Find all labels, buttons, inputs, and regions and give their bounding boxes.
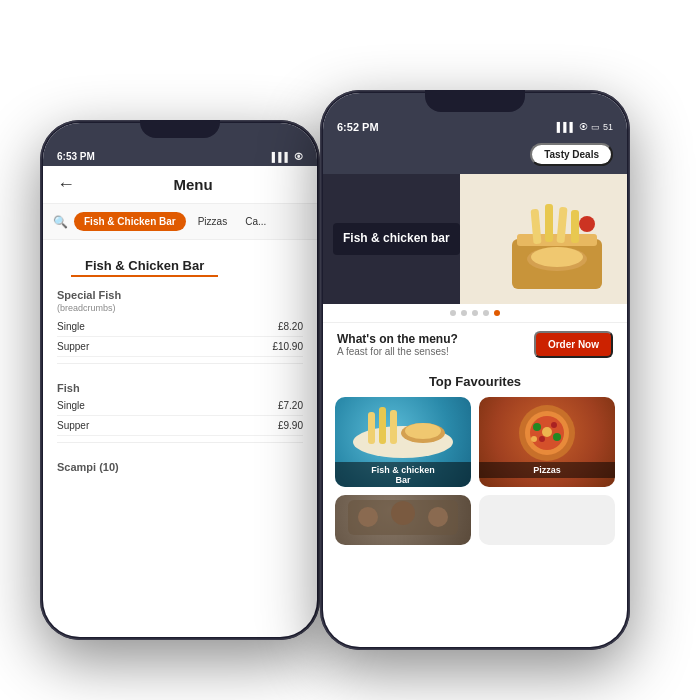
section-fish-title: Fish [57, 376, 303, 396]
right-notch [425, 90, 525, 112]
menu-section-special-fish: Special Fish (breadcrumbs) Single £8.20 … [43, 277, 317, 357]
svg-point-25 [358, 507, 378, 527]
banner-area: Fish & chicken bar [323, 174, 627, 304]
menu-divider-2 [57, 442, 303, 443]
home-header: Tasty Deals [323, 139, 627, 174]
svg-point-20 [539, 436, 545, 442]
svg-point-7 [531, 247, 583, 267]
back-button[interactable]: ← [57, 174, 75, 195]
left-signal-icon: ▌▌▌ [272, 152, 291, 162]
whats-on-row: What's on the menu? A feast for all the … [323, 322, 627, 366]
item-price: £7.20 [278, 400, 303, 411]
left-phone-inner: 6:53 PM ▌▌▌ ⦿ ← Menu 🔍 Fish & Chicken Ba… [43, 123, 317, 637]
fish-food-visual [335, 397, 471, 462]
item-name: Supper [57, 341, 89, 352]
svg-point-22 [531, 436, 537, 442]
menu-divider [57, 363, 303, 364]
item-price: £9.90 [278, 420, 303, 431]
dot-1 [450, 310, 456, 316]
menu-title: Menu [83, 176, 303, 193]
scene: 6:53 PM ▌▌▌ ⦿ ← Menu 🔍 Fish & Chicken Ba… [20, 40, 680, 660]
svg-rect-12 [390, 410, 397, 444]
item-price: £10.90 [272, 341, 303, 352]
section-header-wrap: Fish & Chicken Bar [43, 240, 317, 277]
banner-dots [323, 304, 627, 322]
fav-pizza-label: Pizzas [479, 462, 615, 478]
pizza-svg [479, 397, 615, 462]
svg-point-18 [533, 423, 541, 431]
right-signal-icon: ▌▌▌ [557, 122, 576, 132]
fav-card-empty [479, 495, 615, 545]
menu-section-fish: Fish Single £7.20 Supper £9.90 [43, 370, 317, 436]
tasty-deals-button[interactable]: Tasty Deals [530, 143, 613, 166]
search-icon: 🔍 [53, 215, 68, 229]
top-favs-section: Top Favourites [323, 366, 627, 553]
tab-fish-chicken[interactable]: Fish & Chicken Bar [74, 212, 186, 231]
right-phone-inner: 6:52 PM ▌▌▌ ⦿ ▭ 51 Tasty Deals Fish & ch… [323, 93, 627, 647]
svg-point-21 [553, 433, 561, 441]
table-row: Supper £9.90 [57, 416, 303, 436]
left-time: 6:53 PM [57, 151, 95, 162]
section-special-fish-sub: (breadcrumbs) [57, 303, 303, 313]
search-filter-bar: 🔍 Fish & Chicken Bar Pizzas Ca... [43, 204, 317, 240]
dot-2 [461, 310, 467, 316]
section-special-fish-title: Special Fish [57, 283, 303, 303]
right-time: 6:52 PM [337, 121, 379, 133]
banner-food-svg [497, 184, 617, 294]
fav-card-partial[interactable] [335, 495, 471, 545]
tab-pizzas[interactable]: Pizzas [192, 212, 233, 231]
dot-5-active [494, 310, 500, 316]
table-row: Single £7.20 [57, 396, 303, 416]
right-wifi-icon: ⦿ [579, 122, 588, 132]
menu-section-scampi: Scampi (10) [43, 449, 317, 475]
svg-rect-5 [571, 210, 579, 243]
section-scampi-title: Scampi (10) [57, 455, 303, 475]
left-phone: 6:53 PM ▌▌▌ ⦿ ← Menu 🔍 Fish & Chicken Ba… [40, 120, 320, 640]
item-name: Supper [57, 420, 89, 431]
banner-image: Fish & chicken bar [323, 174, 627, 304]
table-row: Supper £10.90 [57, 337, 303, 357]
tab-more[interactable]: Ca... [239, 212, 272, 231]
left-status-icons: ▌▌▌ ⦿ [272, 152, 303, 162]
section-title: Fish & Chicken Bar [71, 248, 218, 277]
right-battery-pct: 51 [603, 122, 613, 132]
menu-list: Special Fish (breadcrumbs) Single £8.20 … [43, 277, 317, 475]
partial-svg [335, 495, 471, 545]
order-now-button[interactable]: Order Now [534, 331, 613, 358]
fish-svg [335, 397, 471, 462]
item-price: £8.20 [278, 321, 303, 332]
table-row: Single £8.20 [57, 317, 303, 337]
fav-card-pizza[interactable]: Pizzas [479, 397, 615, 487]
left-wifi-icon: ⦿ [294, 152, 303, 162]
dot-3 [472, 310, 478, 316]
whats-on-title: What's on the menu? [337, 332, 458, 346]
svg-point-23 [542, 427, 552, 437]
whats-on-subtitle: A feast for all the senses! [337, 346, 458, 357]
right-status-icons: ▌▌▌ ⦿ ▭ 51 [557, 122, 613, 132]
svg-point-27 [428, 507, 448, 527]
banner-logo: Fish & chicken bar [333, 223, 460, 255]
fav-card-fish[interactable]: Fish & chickenBar [335, 397, 471, 487]
right-phone: 6:52 PM ▌▌▌ ⦿ ▭ 51 Tasty Deals Fish & ch… [320, 90, 630, 650]
top-favs-title: Top Favourites [323, 366, 627, 393]
dot-4 [483, 310, 489, 316]
item-name: Single [57, 321, 85, 332]
left-notch [140, 120, 220, 138]
menu-header: ← Menu [43, 166, 317, 204]
svg-point-8 [579, 216, 595, 232]
svg-rect-3 [545, 204, 553, 242]
svg-rect-11 [379, 407, 386, 444]
svg-point-14 [405, 423, 441, 439]
fav-fish-label: Fish & chickenBar [335, 462, 471, 487]
whats-on-text: What's on the menu? A feast for all the … [337, 332, 458, 357]
favs-grid: Fish & chickenBar [323, 393, 627, 553]
pizza-food-visual [479, 397, 615, 462]
item-name: Single [57, 400, 85, 411]
svg-point-19 [551, 422, 557, 428]
right-battery-icon: ▭ [591, 122, 600, 132]
svg-point-26 [391, 501, 415, 525]
svg-rect-10 [368, 412, 375, 444]
